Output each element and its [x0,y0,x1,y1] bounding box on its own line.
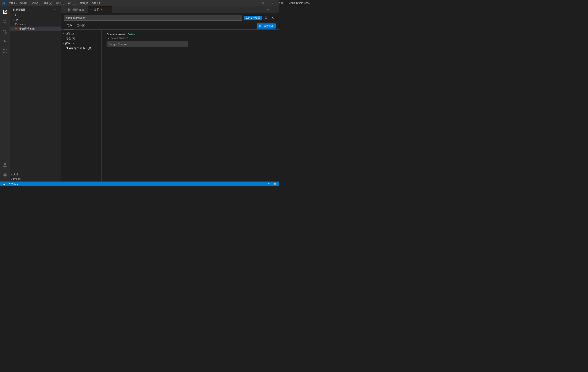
sidebar-header: 资源管理器 ··· [10,6,61,13]
notification-icon: 🔔 [273,182,276,185]
menu-goto[interactable]: 转到(G) [54,1,66,5]
outline-section[interactable]: ▸ 大纲 [10,172,61,177]
settings-body: ▾ 功能(1) 终端 (1) ▾ 扩展(1) plugin open-in-b.… [61,30,279,181]
status-notifications[interactable]: 🔔 [273,181,277,186]
settings-main-panel: Open-in-browser: Default Set default bro… [102,30,279,181]
tree-html-file[interactable]: <> 插值语法.html [10,27,61,31]
sidebar-title: 资源管理器 [13,8,25,11]
tab-html-label: 插值语法.html [68,8,84,12]
settings-search-bar: 找到 2 个设置 ☰ ✕ [61,13,279,22]
settings-tab-icon: ≡ [91,8,93,11]
close-button[interactable]: ✕ [268,0,277,6]
settings-subcategory-terminal[interactable]: 终端 (1) [61,36,102,41]
chevron-right-icon: ▸ [11,178,12,180]
status-bar: ⎇ ✕ 0 ⚠ 0 ↻ 🔔 [0,181,279,186]
settings-tabs: 用户 工作区 [64,22,87,30]
tree-root-label: 1 [15,14,16,17]
activity-source-control[interactable] [0,27,10,36]
settings-result-badge: 找到 2 个设置 [243,16,262,20]
open-json-settings-button[interactable]: 打开设置同步 [257,23,276,29]
activity-extensions[interactable] [0,46,10,56]
settings-entry-title-prefix: Open-in-browser: [106,33,127,36]
menu-edit[interactable]: 编辑(E) [19,1,30,5]
activity-account[interactable] [0,160,10,170]
settings-category-features[interactable]: ▾ 功能(1) [61,31,102,36]
more-tabs-button[interactable]: ≡ [272,7,277,13]
chevron-right-icon: ▸ [11,173,12,176]
status-errors[interactable]: ✕ 0 ⚠ 0 [8,181,19,186]
menu-run[interactable]: 运行(R) [66,1,78,5]
sidebar-bottom: ▸ 大纲 ▸ 时间轴 [10,172,61,181]
chevron-down-icon: ▾ [13,19,16,21]
split-editor-button[interactable]: ⎘ [265,7,271,13]
chevron-down-icon: ▾ [63,42,64,45]
settings-category-extensions-label: 扩展(1) [65,42,74,45]
tab-workspace[interactable]: 工作区 [74,22,87,30]
chevron-down-icon: ▾ [63,33,64,35]
tabs-bar-actions: ⎘ ≡ [263,6,279,13]
settings-toolbar: 用户 工作区 打开设置同步 [61,22,279,30]
settings-browser-input[interactable] [106,41,188,47]
activity-explorer[interactable] [0,7,10,17]
error-icon: ✕ [9,182,10,185]
settings-tree: ▾ 功能(1) 终端 (1) ▾ 扩展(1) plugin open-in-b.… [61,30,102,181]
tab-settings[interactable]: ≡ 设置 ✕ [88,6,112,13]
settings-entry-title: Open-in-browser: Default [106,33,274,36]
menu-file[interactable]: 文件(F) [7,1,18,5]
sidebar: 资源管理器 ··· ▾ 1 ▾ js JS vue.js <> 插值语法.htm… [10,6,61,181]
outline-label: 大纲 [13,173,18,176]
tree-vue-js-file[interactable]: JS vue.js [11,22,61,27]
menu-select[interactable]: 选择(S) [31,1,42,5]
menu-view[interactable]: 查看(V) [42,1,54,5]
tab-html-file[interactable]: <> 插值语法.html [61,6,88,13]
error-count: 0 [11,182,13,185]
activity-settings[interactable] [0,170,10,180]
settings-entry-open-in-browser: Open-in-browser: Default Set default bro… [106,33,274,47]
settings-filter-button[interactable]: ☰ [263,15,269,20]
timeline-section[interactable]: ▸ 时间轴 [10,177,61,181]
settings-search-actions: ☰ ✕ [263,15,276,20]
activity-search[interactable] [0,17,10,27]
main-layout: 资源管理器 ··· ▾ 1 ▾ js JS vue.js <> 插值语法.htm… [0,6,279,181]
window-controls: ─ □ ✕ [248,0,277,6]
vscode-logo-icon [2,1,5,5]
js-file-icon: JS [15,23,18,26]
menu-help[interactable]: 帮助(H) [90,1,102,5]
html-tab-icon: <> [64,9,67,11]
tab-user[interactable]: 用户 [64,22,74,30]
sidebar-more-button[interactable]: ··· [54,8,58,11]
status-bar-left: ⎇ ✕ 0 ⚠ 0 [2,181,19,186]
warning-icon: ⚠ [14,182,16,185]
activity-run-debug[interactable] [0,36,10,46]
html-file-icon: <> [15,28,18,30]
warning-count: 0 [17,182,18,185]
maximize-button[interactable]: □ [258,0,267,6]
settings-clear-button[interactable]: ✕ [270,15,276,20]
settings-subcategory-plugin[interactable]: plugin open-in-b... (1) [61,46,102,50]
chevron-down-icon: ▾ [11,14,15,17]
vue-js-label: vue.js [19,23,26,26]
js-folder-label: js [16,18,18,21]
minimize-button[interactable]: ─ [248,0,258,6]
menu-terminal[interactable]: 终端(T) [78,1,89,5]
status-sync[interactable]: ↻ [267,181,271,186]
tab-close-button[interactable]: ✕ [100,8,104,11]
status-branch[interactable]: ⎇ [2,181,6,186]
tree-root[interactable]: ▾ 1 [10,13,61,18]
activity-bar [0,6,10,181]
branch-icon: ⎇ [2,182,5,185]
sync-icon: ↻ [268,182,270,185]
activity-bar-bottom [0,160,10,181]
timeline-label: 时间轴 [13,177,21,181]
title-bar: 文件(F) 编辑(E) 选择(S) 查看(V) 转到(G) 运行(R) 终端(T… [0,0,279,6]
settings-category-extensions[interactable]: ▾ 扩展(1) [61,41,102,46]
tree-js-folder[interactable]: ▾ js [11,18,61,22]
settings-search-input[interactable] [64,15,242,20]
settings-entry-description: Set default browser [106,37,274,40]
tab-settings-label: 设置 [94,8,99,12]
settings-entry-title-default: Default [128,33,136,36]
settings-content: 找到 2 个设置 ☰ ✕ 用户 工作区 打开设置同步 ▾ [61,13,279,181]
tabs-bar: <> 插值语法.html ≡ 设置 ✕ ⎘ ≡ [61,6,279,13]
editor-area: <> 插值语法.html ≡ 设置 ✕ ⎘ ≡ 找到 2 个设置 ☰ ✕ [61,6,279,181]
html-file-label: 插值语法.html [19,27,35,30]
